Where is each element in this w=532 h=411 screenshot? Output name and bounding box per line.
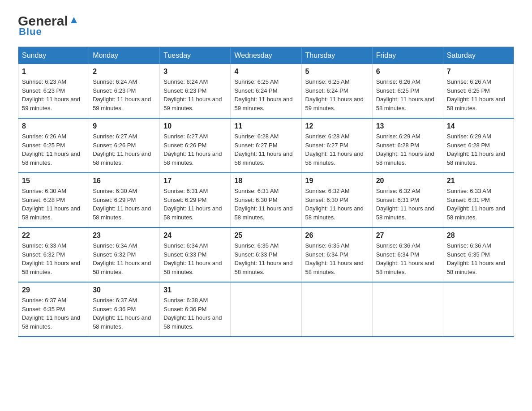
day-number: 13 (376, 122, 439, 130)
day-number: 16 (93, 177, 156, 185)
day-number: 31 (163, 286, 227, 294)
calendar-cell: 24 Sunrise: 6:34 AM Sunset: 6:33 PM Dayl… (160, 227, 231, 282)
day-number: 3 (163, 68, 227, 76)
day-number: 7 (447, 68, 510, 76)
header-friday: Friday (372, 47, 443, 64)
day-info: Sunrise: 6:36 AM Sunset: 6:34 PM Dayligh… (376, 241, 439, 276)
day-info: Sunrise: 6:38 AM Sunset: 6:36 PM Dayligh… (163, 296, 227, 331)
day-number: 17 (163, 177, 227, 185)
day-info: Sunrise: 6:28 AM Sunset: 6:27 PM Dayligh… (305, 132, 369, 167)
calendar-cell: 17 Sunrise: 6:31 AM Sunset: 6:29 PM Dayl… (160, 173, 231, 227)
day-info: Sunrise: 6:30 AM Sunset: 6:29 PM Dayligh… (93, 187, 156, 222)
svg-marker-0 (71, 17, 77, 23)
calendar-week-row: 15 Sunrise: 6:30 AM Sunset: 6:28 PM Dayl… (18, 173, 514, 227)
day-info: Sunrise: 6:32 AM Sunset: 6:30 PM Dayligh… (305, 187, 369, 222)
day-info: Sunrise: 6:30 AM Sunset: 6:28 PM Dayligh… (22, 187, 85, 222)
header-saturday: Saturday (443, 47, 514, 64)
calendar-cell (231, 282, 301, 337)
day-info: Sunrise: 6:34 AM Sunset: 6:33 PM Dayligh… (163, 241, 227, 276)
calendar-cell: 7 Sunrise: 6:26 AM Sunset: 6:25 PM Dayli… (443, 64, 514, 118)
calendar-cell: 31 Sunrise: 6:38 AM Sunset: 6:36 PM Dayl… (160, 282, 231, 337)
calendar-week-row: 22 Sunrise: 6:33 AM Sunset: 6:32 PM Dayl… (18, 227, 514, 282)
day-number: 23 (93, 231, 156, 240)
day-number: 29 (22, 286, 85, 294)
day-info: Sunrise: 6:31 AM Sunset: 6:29 PM Dayligh… (163, 187, 227, 222)
calendar-cell: 6 Sunrise: 6:26 AM Sunset: 6:25 PM Dayli… (372, 64, 443, 118)
calendar-cell: 12 Sunrise: 6:28 AM Sunset: 6:27 PM Dayl… (301, 118, 372, 173)
day-info: Sunrise: 6:25 AM Sunset: 6:24 PM Dayligh… (234, 77, 297, 112)
day-info: Sunrise: 6:29 AM Sunset: 6:28 PM Dayligh… (447, 132, 510, 167)
calendar-cell (443, 282, 514, 337)
logo-triangle-icon (69, 15, 79, 27)
day-number: 19 (305, 177, 369, 185)
calendar-cell (301, 282, 372, 337)
day-info: Sunrise: 6:26 AM Sunset: 6:25 PM Dayligh… (447, 77, 510, 112)
calendar-cell: 25 Sunrise: 6:35 AM Sunset: 6:33 PM Dayl… (231, 227, 301, 282)
calendar-cell: 10 Sunrise: 6:27 AM Sunset: 6:26 PM Dayl… (160, 118, 231, 173)
day-info: Sunrise: 6:35 AM Sunset: 6:33 PM Dayligh… (234, 241, 297, 276)
calendar-cell: 22 Sunrise: 6:33 AM Sunset: 6:32 PM Dayl… (18, 227, 89, 282)
day-info: Sunrise: 6:35 AM Sunset: 6:34 PM Dayligh… (305, 241, 369, 276)
day-number: 26 (305, 231, 369, 240)
calendar-cell: 28 Sunrise: 6:36 AM Sunset: 6:35 PM Dayl… (443, 227, 514, 282)
day-number: 30 (93, 286, 156, 294)
day-number: 24 (163, 231, 227, 240)
day-info: Sunrise: 6:33 AM Sunset: 6:32 PM Dayligh… (22, 241, 85, 276)
day-number: 22 (22, 231, 85, 240)
day-info: Sunrise: 6:28 AM Sunset: 6:27 PM Dayligh… (234, 132, 297, 167)
day-info: Sunrise: 6:37 AM Sunset: 6:36 PM Dayligh… (93, 296, 156, 331)
day-number: 9 (93, 122, 156, 130)
calendar-cell (372, 282, 443, 337)
day-number: 11 (234, 122, 297, 130)
calendar-cell: 8 Sunrise: 6:26 AM Sunset: 6:25 PM Dayli… (18, 118, 89, 173)
day-number: 12 (305, 122, 369, 130)
day-number: 8 (22, 122, 85, 130)
day-number: 10 (163, 122, 227, 130)
calendar-cell: 13 Sunrise: 6:29 AM Sunset: 6:28 PM Dayl… (372, 118, 443, 173)
day-info: Sunrise: 6:26 AM Sunset: 6:25 PM Dayligh… (376, 77, 439, 112)
day-info: Sunrise: 6:34 AM Sunset: 6:32 PM Dayligh… (93, 241, 156, 276)
header-tuesday: Tuesday (160, 47, 231, 64)
calendar-cell: 29 Sunrise: 6:37 AM Sunset: 6:35 PM Dayl… (18, 282, 89, 337)
calendar-cell: 14 Sunrise: 6:29 AM Sunset: 6:28 PM Dayl… (443, 118, 514, 173)
day-info: Sunrise: 6:29 AM Sunset: 6:28 PM Dayligh… (376, 132, 439, 167)
calendar-cell: 26 Sunrise: 6:35 AM Sunset: 6:34 PM Dayl… (301, 227, 372, 282)
calendar-cell: 30 Sunrise: 6:37 AM Sunset: 6:36 PM Dayl… (89, 282, 160, 337)
day-info: Sunrise: 6:23 AM Sunset: 6:23 PM Dayligh… (22, 77, 85, 112)
day-number: 28 (447, 231, 510, 240)
day-number: 1 (22, 68, 85, 76)
day-info: Sunrise: 6:25 AM Sunset: 6:24 PM Dayligh… (305, 77, 369, 112)
day-number: 15 (22, 177, 85, 185)
calendar-cell: 4 Sunrise: 6:25 AM Sunset: 6:24 PM Dayli… (231, 64, 301, 118)
day-number: 5 (305, 68, 369, 76)
day-info: Sunrise: 6:24 AM Sunset: 6:23 PM Dayligh… (163, 77, 227, 112)
day-number: 18 (234, 177, 297, 185)
calendar-cell: 3 Sunrise: 6:24 AM Sunset: 6:23 PM Dayli… (160, 64, 231, 118)
header-thursday: Thursday (301, 47, 372, 64)
calendar-cell: 21 Sunrise: 6:33 AM Sunset: 6:31 PM Dayl… (443, 173, 514, 227)
logo: General Blue (18, 13, 80, 38)
day-info: Sunrise: 6:36 AM Sunset: 6:35 PM Dayligh… (447, 241, 510, 276)
calendar-cell: 27 Sunrise: 6:36 AM Sunset: 6:34 PM Dayl… (372, 227, 443, 282)
calendar-cell: 5 Sunrise: 6:25 AM Sunset: 6:24 PM Dayli… (301, 64, 372, 118)
day-info: Sunrise: 6:27 AM Sunset: 6:26 PM Dayligh… (163, 132, 227, 167)
day-number: 27 (376, 231, 439, 240)
calendar-cell: 1 Sunrise: 6:23 AM Sunset: 6:23 PM Dayli… (18, 64, 89, 118)
calendar-cell: 11 Sunrise: 6:28 AM Sunset: 6:27 PM Dayl… (231, 118, 301, 173)
day-number: 4 (234, 68, 297, 76)
day-number: 20 (376, 177, 439, 185)
header-wednesday: Wednesday (231, 47, 301, 64)
day-info: Sunrise: 6:26 AM Sunset: 6:25 PM Dayligh… (22, 132, 85, 167)
day-info: Sunrise: 6:27 AM Sunset: 6:26 PM Dayligh… (93, 132, 156, 167)
day-number: 21 (447, 177, 510, 185)
calendar-cell: 19 Sunrise: 6:32 AM Sunset: 6:30 PM Dayl… (301, 173, 372, 227)
day-info: Sunrise: 6:33 AM Sunset: 6:31 PM Dayligh… (447, 187, 510, 222)
calendar-cell: 18 Sunrise: 6:31 AM Sunset: 6:30 PM Dayl… (231, 173, 301, 227)
header-sunday: Sunday (18, 47, 89, 64)
calendar-cell: 16 Sunrise: 6:30 AM Sunset: 6:29 PM Dayl… (89, 173, 160, 227)
logo-blue-text: Blue (18, 26, 42, 38)
calendar-week-row: 1 Sunrise: 6:23 AM Sunset: 6:23 PM Dayli… (18, 64, 514, 118)
day-number: 14 (447, 122, 510, 130)
page-header: General Blue (18, 13, 514, 38)
calendar-cell: 2 Sunrise: 6:24 AM Sunset: 6:23 PM Dayli… (89, 64, 160, 118)
